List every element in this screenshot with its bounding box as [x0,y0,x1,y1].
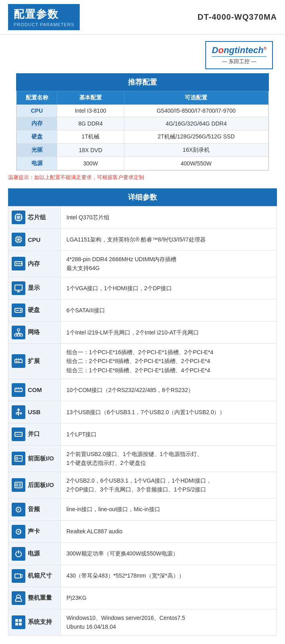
detail-label-text-parallel: 并口 [28,430,40,438]
svg-rect-85 [15,619,18,622]
rec-row-name: 电源 [17,157,57,170]
detail-label-text-com: COM [28,386,42,393]
detail-value-cell-memory: 4*288-pin DDR4 2666MHz UDIMM内存插槽最大支持64G [61,251,277,277]
detail-table-row: COM 10个COM接口（2个RS232/422/485，8个RS232） [8,379,277,401]
detail-value-cell-network: 1个Intel i219-LM千兆网口，2个Intel i210-AT千兆网口 [61,321,277,343]
svg-rect-73 [16,484,18,486]
expand-icon [12,354,25,368]
detail-label-cell-com: COM [8,379,61,401]
power-icon [12,547,25,561]
rec-table-body: CPU Intel I3-8100 G5400/I5-8500/I7-8700/… [17,105,268,170]
rec-row-basic: Intel I3-8100 [57,105,124,117]
detail-label-cell-rear-io: 后面板I/O [8,472,61,498]
detail-table-row: 系统支持 Windows10、Windows server2016、Centos… [8,609,277,636]
detail-value-cell-audio: line-in接口，line-out接口，Mic-in接口 [61,498,277,520]
detail-label-text-display: 显示 [28,284,40,292]
detail-label-text-chassis-size: 机箱尺寸 [28,572,52,580]
detail-table-row: 整机重量 约23KG [8,587,277,609]
detail-value-cell-parallel: 1个LPT接口 [61,423,277,445]
header-model: DT-4000-WQ370MA [80,4,277,30]
svg-rect-1 [17,216,20,219]
detail-label-cell-memory: 内存 [8,251,61,277]
detail-value-cell-soundcard: Realtek ALC887 audio [61,520,277,543]
rec-table-row: 硬盘 1T机械 2T机械/128G/256G/512G SSD [17,130,268,144]
rec-row-basic: 1T机械 [57,130,124,144]
rec-col-optional: 可选配置 [124,91,268,105]
memory-icon [12,257,25,270]
detail-label-text-network: 网络 [28,328,40,336]
rec-row-optional: 16X刻录机 [124,144,268,157]
detail-section: 详细参数 芯片组 Intel Q370芯片组 CPU LGA1151架构，支持英… [8,188,277,636]
rec-row-optional: 4G/16G/32G/64G DDR4 [124,117,268,130]
svg-rect-70 [16,457,18,460]
detail-label-cell-audio: 音频 [8,498,61,520]
detail-label-text-rear-io: 后面板I/O [28,481,54,489]
detail-label-text-soundcard: 声卡 [28,528,40,535]
detail-value-cell-os: Windows10、Windows server2016、Centos7.5Ub… [61,609,277,636]
svg-rect-26 [18,263,19,264]
svg-rect-88 [19,623,22,625]
detail-label-cell-usb: USB [8,401,61,423]
svg-rect-37 [20,334,23,336]
svg-rect-45 [16,361,17,362]
detail-table-row: USB 13个USB接口（6个USB3.1，7个USB2.0（内置1个USB2.… [8,401,277,423]
svg-rect-46 [18,361,19,362]
detail-table: 芯片组 Intel Q370芯片组 CPU LGA1151架构，支持英特尔® 酷… [8,206,277,636]
svg-point-52 [18,390,19,390]
detail-value-cell-power: 300W额定功率（可更换400W或550W电源） [61,543,277,565]
front-io-icon [12,452,25,465]
audio-icon [12,503,25,516]
recommended-section: 推荐配置 配置名称 基本配置 可选配置 CPU Intel I3-8100 G5… [8,73,277,171]
detail-value-cell-chassis-size: 430（带耳朵483）*552*178mm（宽*深*高）） [61,565,277,587]
rec-row-optional: G5400/I5-8500/I7-8700/I7-9700 [124,105,268,117]
detail-label-text-hdd: 硬盘 [28,306,40,314]
svg-point-51 [16,390,17,390]
chipset-icon [12,211,25,224]
detail-value-cell-cpu: LGA1151架构，支持英特尔® 酷睿™8/9代I3/I5/I7处理器 [61,229,277,251]
detail-label-cell-hdd: 硬盘 [8,299,61,321]
rec-row-optional: 2T机械/128G/256G/512G SSD [124,130,268,144]
detail-label-cell-parallel: 并口 [8,423,61,445]
svg-rect-87 [15,623,18,625]
detail-label-cell-cpu: CPU [8,229,61,251]
logo-box: Dongtintech® — 东田工控 — [205,41,273,69]
svg-point-33 [20,310,21,311]
recommended-table-wrap: 配置名称 基本配置 可选配置 CPU Intel I3-8100 G5400/I… [16,91,269,171]
rec-row-name: 内存 [17,117,57,130]
rec-row-name: CPU [17,105,57,117]
detail-label-cell-chassis-size: 机箱尺寸 [8,565,61,587]
detail-label-cell-weight: 整机重量 [8,587,61,609]
detail-table-row: 显示 1个VGA接口，1个HDMI接口，2个DP接口 [8,277,277,299]
detail-label-text-weight: 整机重量 [28,594,52,602]
rec-row-optional: 400W/550W [124,157,268,170]
rec-row-basic: 8G DDR4 [57,117,124,130]
detail-label-text-os: 系统支持 [28,618,52,626]
detail-label-cell-display: 显示 [8,277,61,299]
svg-rect-86 [19,619,22,622]
detail-table-row: 声卡 Realtek ALC887 audio [8,520,277,543]
detail-table-row: CPU LGA1151架构，支持英特尔® 酷睿™8/9代I3/I5/I7处理器 [8,229,277,251]
rec-row-basic: 18X DVD [57,144,124,157]
detail-table-row: 音频 line-in接口，line-out接口，Mic-in接口 [8,498,277,520]
detail-label-text-usb: USB [28,409,41,415]
detail-table-row: 扩展 组合一：1个PCI-E*16插槽、2个PCI-E*1插槽、2个PCI-E*… [8,343,277,379]
detail-table-row: 机箱尺寸 430（带耳朵483）*552*178mm（宽*深*高）） [8,565,277,587]
svg-line-61 [19,413,21,413]
rec-row-name: 硬盘 [17,130,57,144]
svg-rect-35 [17,329,20,331]
detail-label-cell-network: 网络 [8,321,61,343]
detail-title: 详细参数 [8,188,277,206]
detail-value-cell-com: 10个COM接口（2个RS232/422/485，8个RS232） [61,379,277,401]
rec-col-name: 配置名称 [17,91,57,105]
detail-table-row: 后面板I/O 2个USB2.0，6个USB3.1，1个VGA接口，1个HDMI接… [8,472,277,498]
rec-row-basic: 300W [57,157,124,170]
detail-label-text-audio: 音频 [28,506,40,513]
chassis-size-icon [12,569,25,583]
detail-value-cell-front-io: 2个前置USB2.0接口、1个电源按键、1个电源指示灯、1个硬盘状态指示灯、2个… [61,445,277,472]
svg-rect-79 [15,574,21,578]
rec-col-basic: 基本配置 [57,91,124,105]
cpu-icon [12,233,25,246]
detail-label-cell-power: 电源 [8,543,61,565]
detail-label-cell-soundcard: 声卡 [8,520,61,543]
recommended-title: 推荐配置 [16,73,269,91]
